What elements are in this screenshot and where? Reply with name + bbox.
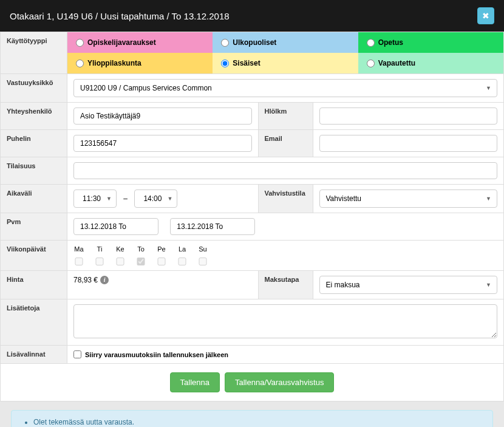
label-contact: Yhteyshenkilö — [1, 103, 67, 130]
modal-window: Otakaari 1, U149 U6 / Uusi tapahtuma / T… — [0, 0, 504, 427]
label-timespan: Aikaväli — [1, 185, 67, 213]
weekday-to[interactable] — [135, 258, 146, 265]
label-weekdays: Viikonpäivät — [1, 241, 67, 271]
price-value: 78,93 € i — [73, 276, 252, 284]
radio-internal[interactable] — [221, 60, 229, 67]
extra-checkbox[interactable] — [73, 350, 81, 358]
weekday-la[interactable] — [177, 258, 188, 265]
weekday-pe[interactable] — [156, 258, 167, 265]
label-notes: Lisätietoja — [1, 299, 67, 346]
label-price: Hinta — [1, 271, 67, 299]
info-line-1: Olet tekemässä uutta varausta. — [33, 418, 482, 426]
weekday-ti[interactable] — [94, 258, 105, 265]
label-phone: Puhelin — [1, 130, 67, 157]
usage-type-external[interactable]: Ulkopuoliset — [213, 32, 358, 53]
radio-union[interactable] — [76, 60, 84, 67]
date-start-input[interactable] — [73, 218, 158, 235]
close-button[interactable]: ✖ — [477, 7, 494, 24]
usage-types-group: Opiskelijavaraukset Ulkopuoliset Opetus … — [67, 32, 503, 73]
radio-teaching[interactable] — [367, 39, 375, 47]
usage-type-union[interactable]: Ylioppilaskunta — [67, 53, 213, 73]
info-panel: Olet tekemässä uutta varausta. Varaaja: … — [11, 410, 493, 427]
form-table: Käyttötyyppi Opiskelijavaraukset Ulkopuo… — [0, 32, 504, 364]
label-department: Vastuuyksikkö — [1, 74, 67, 103]
usage-type-teaching[interactable]: Opetus — [358, 32, 503, 53]
weekday-checkboxes — [73, 258, 497, 265]
modal-title: Otakaari 1, U149 U6 / Uusi tapahtuma / T… — [10, 11, 230, 21]
label-usage-type: Käyttötyyppi — [1, 32, 67, 74]
info-icon[interactable]: i — [100, 276, 109, 284]
payment-method-select[interactable]: Ei maksua — [319, 276, 498, 294]
label-event: Tilaisuus — [1, 157, 67, 185]
department-select[interactable]: U91200 U9 / Campus Services Common — [73, 79, 497, 97]
save-confirm-button[interactable]: Tallenna/Varausvahvistus — [225, 372, 334, 392]
radio-student[interactable] — [76, 39, 84, 47]
contact-input[interactable] — [73, 108, 252, 125]
save-button[interactable]: Tallenna — [170, 372, 220, 392]
weekday-labels: Ma Ti Ke To Pe La Su — [73, 245, 497, 253]
event-input[interactable] — [73, 162, 497, 179]
usage-type-internal[interactable]: Sisäiset — [213, 53, 358, 73]
radio-released[interactable] — [367, 60, 375, 67]
close-icon: ✖ — [482, 11, 489, 21]
date-end-input[interactable] — [170, 218, 255, 235]
usage-type-released[interactable]: Vapautettu — [358, 53, 503, 73]
time-start-select[interactable]: 11:30 — [73, 190, 117, 208]
weekday-ke[interactable] — [115, 258, 126, 265]
label-confirm-status: Vahvistustila — [258, 185, 313, 213]
notes-textarea[interactable] — [73, 304, 497, 338]
label-email: Email — [258, 130, 313, 157]
button-row: Tallenna Tallenna/Varausvahvistus — [0, 364, 504, 401]
email-input[interactable] — [319, 135, 498, 152]
phone-input[interactable] — [73, 135, 252, 152]
modal-header: Otakaari 1, U149 U6 / Uusi tapahtuma / T… — [0, 0, 504, 32]
weekday-su[interactable] — [197, 258, 208, 265]
radio-external[interactable] — [221, 39, 229, 47]
extra-checkbox-row[interactable]: Siirry varausmuutoksiin tallennuksen jäl… — [73, 350, 497, 358]
time-separator: – — [123, 194, 128, 203]
weekday-ma[interactable] — [73, 258, 84, 265]
confirm-status-select[interactable]: Vahvistettu — [319, 190, 498, 208]
label-hlolkm: Hlölkm — [258, 103, 313, 130]
label-date: Pvm — [1, 213, 67, 241]
label-payment-method: Maksutapa — [258, 271, 313, 299]
label-extra: Lisävalinnat — [1, 346, 67, 364]
hlolkm-input[interactable] — [319, 108, 498, 125]
time-end-select[interactable]: 14:00 — [134, 190, 177, 208]
usage-type-student[interactable]: Opiskelijavaraukset — [67, 32, 213, 53]
